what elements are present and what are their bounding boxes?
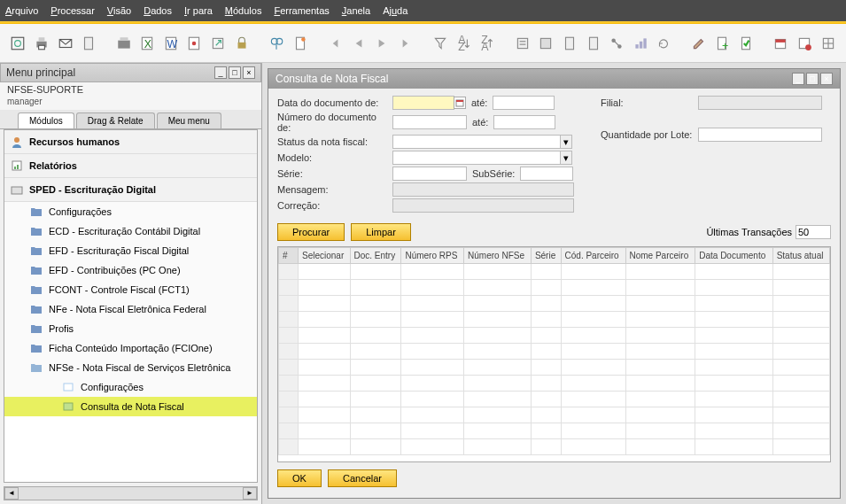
col-selecionar[interactable]: Selecionar bbox=[299, 248, 351, 264]
fax-icon[interactable] bbox=[114, 33, 133, 54]
filter-icon[interactable] bbox=[431, 33, 450, 54]
relate-icon[interactable] bbox=[608, 33, 626, 54]
table-row[interactable] bbox=[279, 312, 830, 328]
tree-hscroll[interactable]: ◄ ► bbox=[4, 486, 258, 500]
last-icon[interactable] bbox=[396, 33, 415, 54]
table-row[interactable] bbox=[279, 296, 830, 312]
tree-ficha[interactable]: Ficha Conteúdo Importação (FCIOne) bbox=[4, 338, 257, 358]
pdf-icon[interactable] bbox=[185, 33, 204, 54]
excel-icon[interactable]: X bbox=[138, 33, 157, 54]
doc2-icon[interactable] bbox=[561, 33, 579, 54]
form-maximize-btn[interactable]: □ bbox=[806, 73, 819, 85]
minimize-btn[interactable]: _ bbox=[214, 66, 227, 79]
input-data-doc-ate[interactable] bbox=[493, 96, 555, 110]
lock-icon[interactable] bbox=[232, 33, 251, 54]
col-status[interactable]: Status atual bbox=[772, 248, 829, 264]
tree-nfse[interactable]: NFSe - Nota Fiscal de Serviços Eletrônic… bbox=[4, 358, 257, 377]
add-doc-icon[interactable]: + bbox=[713, 33, 732, 54]
menu-ferramentas[interactable]: Ferramentas bbox=[274, 5, 329, 16]
chart-icon[interactable] bbox=[631, 33, 649, 54]
chevron-down-icon[interactable]: ▾ bbox=[560, 151, 572, 165]
input-status[interactable] bbox=[392, 135, 561, 149]
col-numero-rps[interactable]: Número RPS bbox=[401, 248, 464, 264]
refresh-icon[interactable] bbox=[655, 33, 673, 54]
tree-ecd[interactable]: ECD - Escrituração Contábil Digital bbox=[4, 221, 257, 241]
tab-modulos[interactable]: Módulos bbox=[18, 112, 74, 128]
tree-fcont[interactable]: FCONT - Controle Fiscal (FCT1) bbox=[4, 280, 257, 299]
tree-relatorios[interactable]: Relatórios bbox=[4, 154, 257, 178]
sort-za-icon[interactable]: ZA bbox=[478, 33, 497, 54]
module-tree[interactable]: Recursos humanos Relatórios SPED - Escri… bbox=[4, 129, 258, 483]
scroll-right-icon[interactable]: ► bbox=[243, 487, 257, 500]
menu-dados[interactable]: Dados bbox=[144, 5, 172, 16]
ok-button[interactable]: OK bbox=[277, 469, 322, 487]
menu-modulos[interactable]: Módulos bbox=[225, 5, 262, 16]
input-qtd-lote[interactable] bbox=[698, 128, 822, 142]
maximize-btn[interactable]: □ bbox=[229, 66, 241, 79]
form-minimize-btn[interactable]: _ bbox=[792, 73, 804, 85]
tree-nfse-consulta[interactable]: Consulta de Nota Fiscal bbox=[4, 397, 257, 416]
input-ultimas[interactable] bbox=[796, 225, 831, 239]
tree-efd[interactable]: EFD - Escrituração Fiscal Digital bbox=[4, 241, 257, 260]
col-nome-parceiro[interactable]: Nome Parceiro bbox=[625, 248, 695, 264]
input-modelo[interactable] bbox=[392, 151, 561, 165]
sort-az-icon[interactable]: AZ bbox=[454, 33, 473, 54]
cancelar-button[interactable]: Cancelar bbox=[328, 469, 397, 487]
input-serie[interactable] bbox=[392, 167, 467, 181]
menu-ajuda[interactable]: Ajuda bbox=[383, 5, 407, 16]
close-btn[interactable]: × bbox=[243, 66, 255, 79]
tree-efd-contrib[interactable]: EFD - Contribuições (PC One) bbox=[4, 260, 257, 280]
grid-icon[interactable] bbox=[819, 33, 837, 54]
col-numero-nfse[interactable]: Número NFSe bbox=[464, 248, 532, 264]
mail-icon[interactable] bbox=[56, 33, 74, 54]
new-icon[interactable] bbox=[291, 33, 309, 54]
form-icon[interactable] bbox=[513, 33, 532, 54]
col-docentry[interactable]: Doc. Entry bbox=[350, 248, 401, 264]
word-icon[interactable]: W bbox=[161, 33, 180, 54]
tree-configuracoes[interactable]: Configurações bbox=[4, 202, 257, 221]
table-row[interactable] bbox=[279, 360, 830, 376]
doc-icon[interactable] bbox=[80, 33, 98, 54]
input-subserie[interactable] bbox=[520, 167, 573, 181]
col-cod-parceiro[interactable]: Cód. Parceiro bbox=[561, 248, 625, 264]
table-row[interactable] bbox=[279, 264, 830, 280]
tree-sped[interactable]: SPED - Escrituração Digital bbox=[4, 178, 257, 202]
print-icon[interactable] bbox=[33, 33, 51, 54]
table-row[interactable] bbox=[279, 407, 830, 423]
cal-icon[interactable] bbox=[772, 33, 790, 54]
doc3-icon[interactable] bbox=[584, 33, 602, 54]
limpar-button[interactable]: Limpar bbox=[351, 223, 411, 241]
check-doc-icon[interactable] bbox=[737, 33, 756, 54]
tree-profis[interactable]: Profis bbox=[4, 319, 257, 338]
calendar-icon[interactable] bbox=[454, 97, 466, 109]
first-icon[interactable] bbox=[326, 33, 345, 54]
table-row[interactable] bbox=[279, 392, 830, 407]
procurar-button[interactable]: Procurar bbox=[277, 223, 345, 241]
col-data-doc[interactable]: Data Documento bbox=[695, 248, 772, 264]
scroll-left-icon[interactable]: ◄ bbox=[4, 487, 19, 500]
menu-arquivo[interactable]: Arquivo bbox=[5, 5, 38, 16]
input-data-doc-de[interactable] bbox=[392, 96, 454, 110]
next-icon[interactable] bbox=[373, 33, 392, 54]
menu-irpara[interactable]: Ir para bbox=[184, 5, 213, 16]
table-row[interactable] bbox=[279, 280, 830, 296]
tree-nfe[interactable]: NFe - Nota Fiscal Eletrônica Federal bbox=[4, 299, 257, 319]
menu-visao[interactable]: Visão bbox=[107, 5, 131, 16]
chevron-down-icon[interactable]: ▾ bbox=[560, 135, 572, 149]
table-row[interactable] bbox=[279, 344, 830, 360]
edit-icon[interactable] bbox=[689, 33, 708, 54]
table-row[interactable] bbox=[279, 328, 830, 344]
launch-icon[interactable] bbox=[209, 33, 228, 54]
col-rownum[interactable]: # bbox=[279, 248, 299, 264]
list-icon[interactable] bbox=[537, 33, 555, 54]
input-num-doc-de[interactable] bbox=[392, 115, 467, 129]
tab-drag-relate[interactable]: Drag & Relate bbox=[76, 112, 155, 128]
menu-janela[interactable]: Janela bbox=[342, 5, 370, 16]
tree-nfse-config[interactable]: Configurações bbox=[4, 377, 257, 397]
results-table[interactable]: # Selecionar Doc. Entry Número RPS Númer… bbox=[277, 246, 831, 462]
table-row[interactable] bbox=[279, 376, 830, 392]
find-icon[interactable] bbox=[268, 33, 286, 54]
menu-processar[interactable]: Processar bbox=[50, 5, 95, 16]
table-row[interactable] bbox=[279, 439, 830, 455]
alert-icon[interactable] bbox=[796, 33, 814, 54]
